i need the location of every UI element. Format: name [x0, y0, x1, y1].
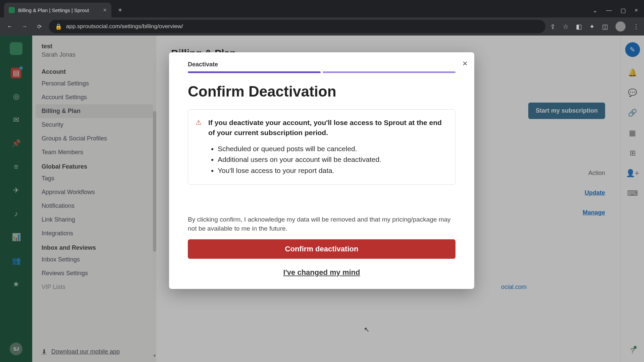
warning-bullet: You'll lose access to your report data.: [218, 165, 445, 176]
sprout-favicon: [9, 7, 15, 13]
extension-icon[interactable]: ◧: [576, 23, 582, 31]
address-bar[interactable]: 🔒 app.sproutsocial.com/settings/billing/…: [49, 20, 545, 33]
progress-step-1: [188, 71, 321, 73]
warning-text: If you deactivate your account, you'll l…: [208, 118, 445, 138]
lock-icon: 🔒: [55, 23, 62, 30]
close-modal-icon[interactable]: ×: [463, 58, 468, 69]
alert-icon: ⚠: [196, 118, 203, 126]
sidepanel-icon[interactable]: ◫: [602, 23, 608, 31]
confirm-deactivation-button[interactable]: Confirm deactivation: [188, 239, 455, 259]
warning-bullet: Scheduled or queued posts will be cancel…: [218, 143, 445, 155]
minimize-icon[interactable]: —: [606, 7, 612, 14]
browser-tab[interactable]: Billing & Plan | Settings | Sprout ×: [4, 3, 111, 17]
progress-step-2: [323, 71, 455, 73]
forward-button[interactable]: →: [19, 21, 30, 32]
modal-step-label: Deactivate: [188, 61, 455, 68]
browser-toolbar: ← → ⟳ 🔒 app.sproutsocial.com/settings/bi…: [0, 17, 644, 36]
bookmark-icon[interactable]: ☆: [563, 23, 569, 31]
warning-bullet: Additional users on your account will be…: [218, 154, 445, 165]
progress-bar: [188, 71, 455, 73]
extensions-menu-icon[interactable]: ✦: [589, 23, 595, 31]
warning-box: ⚠ If you deactivate your account, you'll…: [188, 109, 455, 185]
url-text: app.sproutsocial.com/settings/billing/ov…: [66, 23, 183, 30]
deactivate-modal: × Deactivate Confirm Deactivation ⚠ If y…: [169, 52, 474, 289]
close-tab-icon[interactable]: ×: [103, 7, 107, 14]
tab-title: Billing & Plan | Settings | Sprout: [18, 7, 89, 13]
new-tab-button[interactable]: +: [114, 4, 126, 16]
modal-title: Confirm Deactivation: [188, 83, 455, 100]
reload-button[interactable]: ⟳: [34, 21, 44, 32]
tab-search-icon[interactable]: ⌄: [593, 7, 597, 14]
browser-tab-strip: Billing & Plan | Settings | Sprout × + ⌄…: [0, 0, 644, 17]
window-controls: ⌄ — ▢ ×: [593, 7, 644, 14]
acknowledge-text: By clicking confirm, I acknowledge my da…: [188, 215, 455, 233]
profile-avatar-icon[interactable]: [615, 21, 626, 32]
changed-mind-link[interactable]: I've changed my mind: [188, 268, 455, 277]
close-window-icon[interactable]: ×: [635, 7, 638, 14]
back-button[interactable]: ←: [5, 21, 15, 32]
maximize-icon[interactable]: ▢: [621, 7, 626, 14]
share-icon[interactable]: ⇪: [550, 23, 555, 31]
browser-menu-icon[interactable]: ⋮: [633, 23, 639, 31]
